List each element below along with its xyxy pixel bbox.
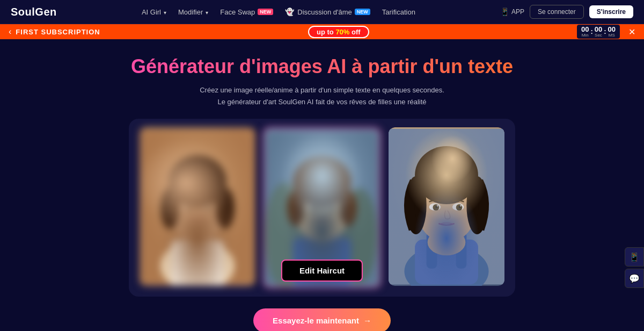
nav-face-swap[interactable]: Face Swap NEW [220,8,273,16]
promo-close-button[interactable]: ✕ [628,27,635,37]
timer-ms: 00 [608,26,616,33]
svg-point-23 [308,205,316,211]
svg-point-46 [437,205,438,207]
svg-rect-3 [171,240,224,284]
side-float-buttons: 📱 💬 [625,247,644,288]
svg-point-30 [404,245,488,286]
timer-minutes-label: Min [582,33,589,38]
promo-subscription-label: FIRST SUBSCRIPTION [16,28,100,36]
svg-point-22 [340,190,356,227]
svg-point-25 [311,207,315,211]
face-swap-badge: NEW [258,9,273,15]
svg-point-26 [331,207,335,211]
timer-seconds-block: 00 Sec [595,26,602,38]
timer-sep-2: : [604,27,606,37]
timer-minutes-block: 00 Min [581,26,589,38]
svg-rect-33 [456,232,467,269]
timer-sep-1: : [590,27,592,37]
timer-ms-label: MS [609,33,615,38]
cta-container: Essayez-le maintenant → [253,308,391,331]
countdown-timer: 00 Min : 00 Sec : 00 MS [577,25,620,39]
modifier-chevron [204,8,208,16]
svg-rect-32 [427,232,437,269]
promo-offer: up to 70% off [308,27,369,37]
signup-button[interactable]: S'inscrire [589,5,633,18]
main-content: Générateur d'images AI à partir d'un tex… [0,39,644,331]
cta-arrow: → [363,316,371,325]
nav-tarification[interactable]: Tarification [382,8,415,16]
svg-point-37 [415,146,478,204]
hero-subtitle-line1: Créez une image réelle/anime à partir d'… [200,84,444,96]
svg-point-12 [207,207,211,211]
svg-point-5 [170,178,225,243]
svg-rect-27 [389,129,504,285]
cta-button[interactable]: Essayez-le maintenant → [253,308,391,331]
edit-haircut-button[interactable]: Edit Haircut [281,260,363,282]
svg-point-38 [405,176,426,234]
image-right-svg [389,127,504,286]
svg-point-43 [456,204,463,211]
svg-rect-31 [415,240,478,284]
svg-point-41 [452,203,464,211]
svg-point-36 [416,171,477,243]
navbar: SoulGen AI Girl Modifier Face Swap NEW 👻… [0,0,644,24]
svg-point-47 [460,205,462,207]
timer-minutes: 00 [581,26,589,33]
svg-point-7 [160,187,179,229]
app-phone-icon: 📱 [500,8,509,16]
svg-point-10 [204,205,213,211]
timer-seconds: 00 [595,26,602,33]
svg-point-24 [328,205,336,211]
signin-button[interactable]: Se connecter [530,5,584,19]
float-chat-icon: 💬 [629,274,640,284]
svg-rect-29 [389,129,504,285]
svg-point-21 [287,190,304,227]
svg-rect-4 [191,221,204,242]
ai-girl-chevron [163,8,166,16]
image-card-left [140,127,255,286]
svg-point-42 [433,204,439,211]
float-app-icon: 📱 [629,252,640,262]
image-card-container: Edit Haircut [129,119,515,297]
hero-title: Générateur d'images AI à partir d'un tex… [131,55,513,78]
float-app-button[interactable]: 📱 [625,247,644,267]
nav-modifier[interactable]: Modifier [178,8,208,16]
float-chat-button[interactable]: 💬 [625,269,644,288]
app-link[interactable]: 📱 APP [500,8,524,16]
svg-point-6 [169,155,226,208]
promo-offer-badge: up to 70% off [308,26,369,38]
image-left-placeholder [140,127,255,286]
soul-icon: 👻 [285,8,294,16]
svg-rect-1 [140,129,255,285]
svg-rect-0 [140,129,255,285]
image-right-placeholder [389,127,504,286]
svg-point-8 [215,187,234,229]
svg-point-9 [183,205,192,211]
svg-point-45 [459,206,461,208]
image-card-right [389,127,504,286]
discussion-badge: NEW [355,9,370,15]
svg-point-40 [429,203,441,211]
svg-point-20 [293,156,351,207]
timer-ms-block: 00 MS [608,26,616,38]
svg-rect-35 [439,220,453,245]
image-left-svg [140,127,255,286]
nav-discussion[interactable]: 👻 Discussion d'âme NEW [285,8,370,16]
promo-left: ‹ FIRST SUBSCRIPTION [9,27,100,37]
svg-point-39 [466,176,487,234]
promo-right: 00 Min : 00 Sec : 00 MS ✕ [577,25,635,39]
nav-ai-girl[interactable]: AI Girl [142,8,166,16]
svg-rect-28 [389,129,504,285]
logo[interactable]: SoulGen [11,6,57,18]
cta-label: Essayez-le maintenant [273,316,359,325]
svg-point-19 [295,178,349,242]
svg-point-34 [428,229,466,255]
svg-point-44 [435,206,437,208]
svg-rect-18 [316,222,328,242]
timer-seconds-label: Sec [595,33,602,38]
promo-prev-arrow[interactable]: ‹ [9,27,11,37]
hero-subtitle: Créez une image réelle/anime à partir d'… [200,84,444,108]
nav-right: 📱 APP Se connecter S'inscrire [500,5,633,19]
hero-subtitle-line2: Le générateur d'art SoulGen AI fait de v… [200,96,444,108]
promo-percent: 70% [335,28,349,36]
